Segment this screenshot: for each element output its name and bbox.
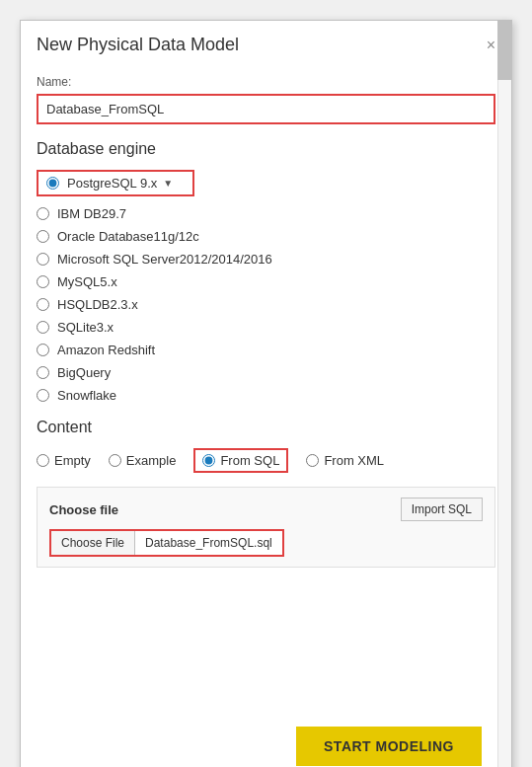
- db-engine-bigquery-radio[interactable]: [37, 366, 49, 379]
- db-engine-snowflake-option[interactable]: Snowflake: [37, 388, 495, 403]
- content-example-radio[interactable]: [109, 454, 121, 467]
- choose-file-section: Choose file Import SQL Choose File Datab…: [37, 487, 495, 568]
- choose-file-header: Choose file Import SQL: [49, 498, 483, 521]
- db-engine-sqlite-label: SQLite3.x: [57, 320, 114, 335]
- content-fromxml-option[interactable]: From XML: [306, 453, 384, 468]
- content-empty-label: Empty: [54, 453, 91, 468]
- db-engine-redshift-radio[interactable]: [37, 344, 49, 356]
- db-engine-section: Database engine PostgreSQL 9.x ▼ IBM DB2…: [37, 140, 495, 411]
- content-empty-option[interactable]: Empty: [37, 453, 91, 468]
- content-radio-row: Empty Example From SQL From XML: [37, 448, 495, 473]
- content-fromsql-label: From SQL: [220, 453, 279, 468]
- db-engine-postgresql-option[interactable]: PostgreSQL 9.x ▼: [37, 170, 194, 196]
- chevron-down-icon: ▼: [163, 178, 173, 189]
- db-engine-postgresql-label: PostgreSQL 9.x: [67, 176, 157, 191]
- db-engine-mysql-radio[interactable]: [37, 275, 49, 288]
- db-engine-redshift-label: Amazon Redshift: [57, 343, 155, 357]
- db-engine-oracle-option[interactable]: Oracle Database11g/12c: [37, 229, 495, 244]
- content-fromsql-option[interactable]: From SQL: [193, 448, 288, 473]
- choose-file-label: Choose file: [49, 502, 118, 517]
- db-engine-hsql-radio[interactable]: [37, 298, 49, 311]
- content-example-option[interactable]: Example: [109, 453, 177, 468]
- content-fromxml-label: From XML: [324, 453, 384, 468]
- db-engine-postgresql-radio[interactable]: [46, 177, 59, 190]
- file-name-display: Database_FromSQL.sql: [135, 531, 282, 555]
- db-engine-mssql-radio[interactable]: [37, 253, 49, 266]
- dialog-footer: START MODELING: [21, 715, 511, 767]
- db-engine-mysql-label: MySQL5.x: [57, 274, 117, 289]
- db-engine-bigquery-label: BigQuery: [57, 365, 111, 380]
- dialog-body: Name: Database engine PostgreSQL 9.x ▼ I…: [21, 65, 511, 715]
- db-engine-hsql-label: HSQLDB2.3.x: [57, 297, 138, 312]
- content-fromsql-radio[interactable]: [202, 454, 215, 467]
- db-engine-oracle-label: Oracle Database11g/12c: [57, 229, 199, 244]
- close-button[interactable]: ×: [487, 38, 495, 53]
- name-input[interactable]: [37, 94, 495, 124]
- db-engine-mysql-option[interactable]: MySQL5.x: [37, 274, 495, 289]
- db-engine-hsql-option[interactable]: HSQLDB2.3.x: [37, 297, 495, 312]
- db-engine-redshift-option[interactable]: Amazon Redshift: [37, 343, 495, 357]
- scrollbar-thumb[interactable]: [497, 21, 511, 80]
- dialog-title: New Physical Data Model: [37, 35, 239, 55]
- dialog-new-physical-data-model: New Physical Data Model × Name: Database…: [20, 20, 512, 767]
- dialog-header: New Physical Data Model ×: [21, 21, 511, 65]
- db-engine-section-title: Database engine: [37, 140, 495, 158]
- content-section-title: Content: [37, 419, 495, 436]
- db-engine-snowflake-radio[interactable]: [37, 389, 49, 402]
- scrollbar-track[interactable]: [497, 21, 511, 767]
- import-sql-button[interactable]: Import SQL: [401, 498, 483, 521]
- db-engine-mssql-label: Microsoft SQL Server2012/2014/2016: [57, 252, 272, 267]
- content-fromxml-radio[interactable]: [306, 454, 319, 467]
- db-engine-ibm-option[interactable]: IBM DB29.7: [37, 206, 495, 221]
- db-engine-bigquery-option[interactable]: BigQuery: [37, 365, 495, 380]
- content-section: Content Empty Example From SQL From XML: [37, 419, 495, 568]
- start-modeling-button[interactable]: START MODELING: [296, 727, 482, 766]
- db-engine-oracle-radio[interactable]: [37, 230, 49, 243]
- db-engine-sqlite-radio[interactable]: [37, 321, 49, 334]
- file-input-row: Choose File Database_FromSQL.sql: [49, 529, 284, 557]
- content-example-label: Example: [126, 453, 177, 468]
- choose-file-button[interactable]: Choose File: [51, 531, 135, 555]
- db-engine-ibm-label: IBM DB29.7: [57, 206, 126, 221]
- name-label: Name:: [37, 75, 495, 89]
- db-engine-ibm-radio[interactable]: [37, 207, 49, 220]
- content-empty-radio[interactable]: [37, 454, 49, 467]
- db-engine-mssql-option[interactable]: Microsoft SQL Server2012/2014/2016: [37, 252, 495, 267]
- db-engine-sqlite-option[interactable]: SQLite3.x: [37, 320, 495, 335]
- db-engine-snowflake-label: Snowflake: [57, 388, 116, 403]
